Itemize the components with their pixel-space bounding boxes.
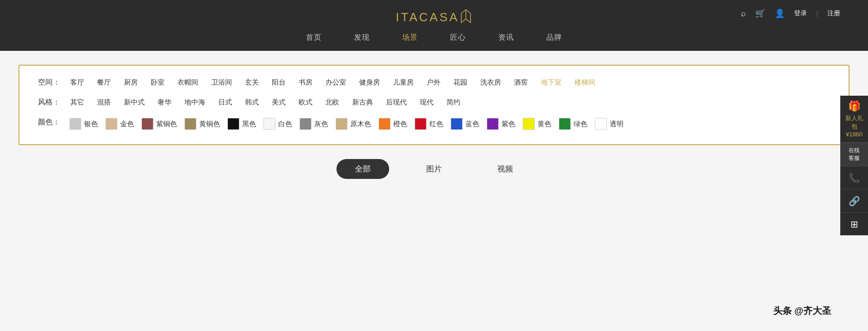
style-label: 风格： (38, 98, 66, 107)
color-orange[interactable]: 橙色 (375, 116, 411, 131)
style-nordic[interactable]: 北欧 (321, 97, 344, 108)
style-items: 其它 混搭 新中式 奢华 地中海 日式 韩式 美式 欧式 北欧 新古典 后现代 … (66, 97, 465, 108)
style-simple[interactable]: 简约 (442, 97, 465, 108)
style-other[interactable]: 其它 (66, 97, 89, 108)
logo-text: ITACASA (396, 10, 459, 25)
space-item-outdoor[interactable]: 户外 (422, 77, 445, 88)
color-label-gray: 灰色 (314, 120, 328, 129)
space-item-entrance[interactable]: 玄关 (240, 77, 263, 88)
tab-video[interactable]: 视频 (479, 159, 532, 179)
nav-item-craft[interactable]: 匠心 (450, 33, 466, 43)
space-filter-row: 空间： 客厅 餐厅 厨房 卧室 衣帽间 卫浴间 玄关 阳台 书房 办公室 健身房… (38, 77, 830, 88)
space-item-bar[interactable]: 酒窖 (509, 77, 532, 88)
color-swatch-gold (105, 118, 117, 130)
color-brass[interactable]: 黄铜色 (181, 116, 224, 131)
color-white[interactable]: 白色 (260, 116, 296, 131)
cart-icon[interactable]: 🛒 (755, 8, 765, 18)
space-item-bedroom[interactable]: 卧室 (146, 77, 169, 88)
style-postmodern[interactable]: 后现代 (381, 97, 411, 108)
color-label-wood: 原木色 (350, 120, 371, 129)
style-mix[interactable]: 混搭 (92, 97, 116, 108)
gift-panel[interactable]: 🎁 新人礼包 ¥1860 (840, 96, 868, 142)
color-gold[interactable]: 金色 (102, 116, 138, 131)
style-modern[interactable]: 现代 (415, 97, 438, 108)
space-item-dining[interactable]: 餐厅 (92, 77, 116, 88)
space-item-kitchen[interactable]: 厨房 (119, 77, 142, 88)
space-item-basement[interactable]: 地下室 (536, 77, 566, 88)
color-label-black: 黑色 (242, 120, 256, 129)
color-swatch-wood (336, 118, 348, 130)
space-item-office[interactable]: 办公室 (321, 77, 351, 88)
style-neoclassic[interactable]: 新古典 (348, 97, 378, 108)
style-mediterranean[interactable]: 地中海 (180, 97, 210, 108)
style-american[interactable]: 美式 (267, 97, 290, 108)
online-service[interactable]: 在线客服 (840, 142, 868, 166)
search-icon[interactable]: ⌕ (741, 9, 746, 18)
tab-row: 全部 图片 视频 (18, 159, 850, 179)
color-silver[interactable]: 银色 (66, 116, 102, 131)
color-yellow[interactable]: 黄色 (519, 116, 555, 131)
logo: ITACASA (396, 9, 472, 26)
color-swatch-transparent (595, 118, 607, 130)
color-swatch-yellow (523, 118, 535, 130)
color-swatch-gray (300, 118, 312, 130)
color-swatch-red (415, 118, 427, 130)
color-red[interactable]: 红色 (411, 116, 447, 131)
main-content: 空间： 客厅 餐厅 厨房 卧室 衣帽间 卫浴间 玄关 阳台 书房 办公室 健身房… (0, 51, 868, 193)
nav-item-scene[interactable]: 场景 (402, 33, 418, 43)
style-korean[interactable]: 韩式 (240, 97, 263, 108)
color-label-silver: 银色 (84, 120, 98, 129)
space-item-stairs[interactable]: 楼梯间 (570, 77, 600, 88)
service-label: 在线客服 (849, 147, 860, 161)
color-label-yellow: 黄色 (538, 120, 551, 129)
color-swatch-white (263, 118, 275, 130)
color-copper[interactable]: 紫铜色 (138, 116, 181, 131)
space-item-living[interactable]: 客厅 (66, 77, 89, 88)
color-filter-row: 颜色： 银色 金色 紫铜色 黄铜色 (38, 116, 830, 131)
space-items: 客厅 餐厅 厨房 卧室 衣帽间 卫浴间 玄关 阳台 书房 办公室 健身房 儿童房… (66, 77, 600, 88)
space-item-bathroom[interactable]: 卫浴间 (207, 77, 237, 88)
phone-icon[interactable]: 📞 (840, 166, 868, 189)
color-label-brass: 黄铜色 (199, 120, 220, 129)
color-swatch-green (559, 118, 571, 130)
space-item-kids[interactable]: 儿童房 (388, 77, 418, 88)
color-blue[interactable]: 蓝色 (447, 116, 483, 131)
color-transparent[interactable]: 透明 (591, 116, 627, 131)
space-item-study[interactable]: 书房 (294, 77, 317, 88)
color-label-blue: 蓝色 (465, 120, 479, 129)
user-icon[interactable]: 👤 (775, 8, 785, 18)
style-luxury[interactable]: 奢华 (153, 97, 176, 108)
space-item-balcony[interactable]: 阳台 (267, 77, 290, 88)
register-button[interactable]: 注册 (827, 9, 840, 18)
style-japanese[interactable]: 日式 (214, 97, 237, 108)
share-icon[interactable]: 🔗 (840, 189, 868, 193)
style-european[interactable]: 欧式 (294, 97, 317, 108)
color-purple[interactable]: 紫色 (483, 116, 519, 131)
space-item-garden[interactable]: 花园 (449, 77, 472, 88)
style-newchinese[interactable]: 新中式 (119, 97, 149, 108)
nav-item-home[interactable]: 首页 (306, 33, 322, 43)
space-item-laundry[interactable]: 洗衣房 (476, 77, 506, 88)
color-swatch-blue (451, 118, 463, 130)
gift-icon: 🎁 (844, 100, 864, 112)
header-icons: ⌕ 🛒 👤 登录 | 注册 (741, 8, 840, 18)
nav-item-brand[interactable]: 品牌 (546, 33, 562, 43)
color-label-white: 白色 (278, 120, 292, 129)
logo-icon (460, 9, 471, 26)
nav-item-discover[interactable]: 发现 (354, 33, 370, 43)
space-item-gym[interactable]: 健身房 (355, 77, 385, 88)
tab-all[interactable]: 全部 (336, 159, 389, 179)
color-label-purple: 紫色 (501, 120, 515, 129)
color-wood[interactable]: 原木色 (332, 116, 375, 131)
color-gray[interactable]: 灰色 (296, 116, 332, 131)
color-label-copper: 紫铜色 (156, 120, 177, 129)
color-green[interactable]: 绿色 (555, 116, 591, 131)
filter-box: 空间： 客厅 餐厅 厨房 卧室 衣帽间 卫浴间 玄关 阳台 书房 办公室 健身房… (18, 65, 850, 145)
login-button[interactable]: 登录 (794, 9, 807, 18)
tab-image[interactable]: 图片 (408, 159, 460, 179)
main-nav: 首页 发现 场景 匠心 资讯 品牌 (306, 33, 562, 43)
space-item-wardrobe[interactable]: 衣帽间 (173, 77, 203, 88)
nav-item-news[interactable]: 资讯 (498, 33, 514, 43)
color-items: 银色 金色 紫铜色 黄铜色 黑色 (66, 116, 627, 131)
color-black[interactable]: 黑色 (224, 116, 260, 131)
